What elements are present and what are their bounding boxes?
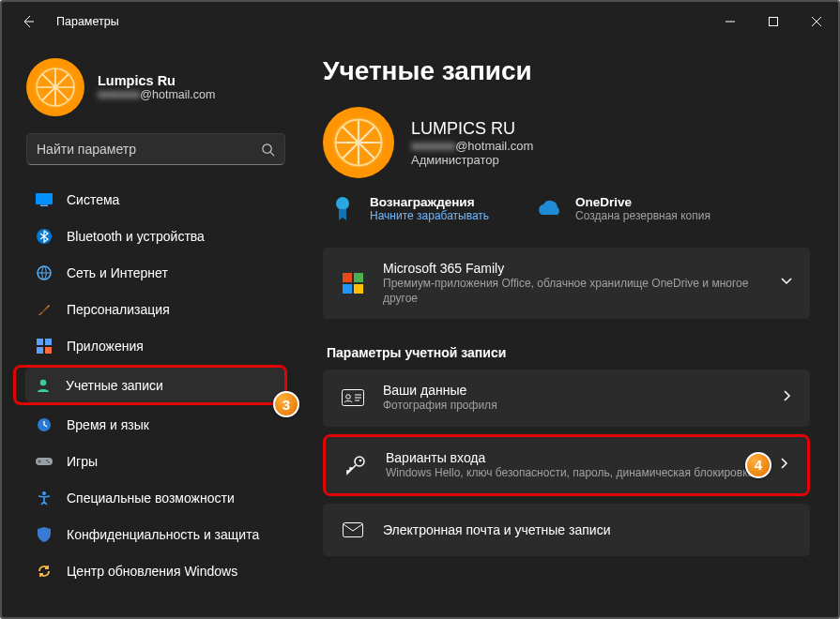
search-input[interactable] (37, 142, 261, 157)
person-icon (35, 377, 52, 394)
update-icon (36, 563, 53, 580)
nav-accessibility[interactable]: Специальные возможности (26, 480, 285, 515)
hero-role: Администратор (411, 153, 533, 167)
nav-label: Приложения (67, 339, 144, 354)
nav-system[interactable]: Система (26, 182, 285, 217)
rewards-icon (328, 195, 357, 223)
card-title: Microsoft 365 Family (383, 261, 763, 276)
nav-label: Игры (67, 454, 98, 469)
svg-point-16 (40, 379, 47, 385)
onedrive-promo[interactable]: OneDrive Создана резервная копия (534, 195, 710, 223)
callout-badge-4: 4 (745, 452, 771, 478)
chevron-down-icon (780, 275, 793, 292)
chevron-right-icon (782, 389, 793, 406)
clock-icon (36, 416, 53, 433)
hero-name: LUMPICS RU (411, 119, 533, 139)
svg-rect-15 (45, 347, 52, 354)
gamepad-icon (36, 453, 53, 470)
nav-apps[interactable]: Приложения (26, 328, 285, 363)
svg-point-20 (48, 461, 50, 463)
nav-accounts[interactable]: Учетные записи (25, 368, 284, 402)
window-controls (709, 7, 838, 37)
minimize-button[interactable] (709, 7, 752, 37)
back-button[interactable] (9, 3, 47, 40)
rewards-promo[interactable]: Вознаграждения Начните зарабатывать (328, 195, 489, 223)
svg-point-36 (359, 459, 362, 461)
nav-list: Система Bluetooth и устройства Сеть и Ин… (26, 182, 285, 588)
svg-rect-14 (37, 347, 43, 354)
rewards-sub[interactable]: Начните зарабатывать (370, 209, 489, 222)
apps-icon (36, 338, 53, 355)
callout-badge-3: 3 (273, 391, 299, 417)
svg-rect-32 (354, 284, 363, 294)
nav-gaming[interactable]: Игры (26, 444, 285, 478)
nav-label: Специальные возможности (67, 491, 235, 506)
card-title: Ваши данные (383, 383, 765, 398)
account-hero: LUMPICS RU ■■■■■■@hotmail.com Администра… (323, 107, 810, 178)
maximize-icon (769, 17, 778, 26)
rewards-title: Вознаграждения (370, 195, 489, 209)
page-title: Учетные записи (323, 56, 810, 86)
card-m365[interactable]: Microsoft 365 Family Премиум-приложения … (323, 248, 810, 319)
avatar (26, 58, 84, 116)
nav-network[interactable]: Сеть и Интернет (26, 255, 285, 290)
shield-icon (36, 526, 53, 543)
nav-label: Время и язык (67, 417, 149, 432)
brush-icon (36, 301, 53, 318)
section-label: Параметры учетной записи (327, 345, 810, 360)
m365-icon (340, 270, 366, 296)
svg-rect-29 (343, 273, 352, 282)
avatar (323, 107, 394, 178)
accessibility-icon (36, 490, 53, 506)
nav-privacy[interactable]: Конфиденциальность и защита (26, 517, 285, 551)
key-icon (343, 452, 369, 478)
close-icon (812, 17, 821, 26)
svg-rect-37 (344, 522, 363, 536)
svg-rect-31 (343, 284, 352, 294)
nav-label: Система (67, 192, 119, 207)
nav-time[interactable]: Время и язык (26, 407, 285, 442)
orange-slice-icon (31, 63, 80, 112)
sidebar-user-profile[interactable]: Lumpics Ru ■■■■■■@hotmail.com (26, 58, 285, 116)
settings-window: Параметры (2, 2, 838, 617)
maximize-button[interactable] (752, 7, 795, 37)
close-button[interactable] (795, 7, 838, 37)
nav-label: Учетные записи (66, 378, 163, 393)
card-title: Варианты входа (386, 450, 762, 465)
hero-email: ■■■■■■@hotmail.com (411, 139, 533, 153)
id-card-icon (340, 385, 366, 411)
svg-rect-13 (45, 339, 52, 345)
card-title: Электронная почта и учетные записи (383, 522, 793, 537)
svg-rect-12 (37, 339, 43, 345)
user-email: ■■■■■■@hotmail.com (98, 88, 215, 101)
search-box[interactable] (26, 133, 285, 165)
svg-point-21 (42, 491, 46, 495)
svg-rect-8 (36, 193, 53, 204)
cloud-icon (534, 195, 562, 223)
svg-rect-30 (354, 273, 363, 282)
svg-point-19 (46, 460, 48, 461)
card-your-info[interactable]: Ваши данные Фотография профиля (323, 370, 810, 426)
onedrive-title: OneDrive (575, 195, 710, 209)
svg-point-34 (346, 395, 351, 400)
card-signin-options[interactable]: Варианты входа Windows Hello, ключ безоп… (326, 437, 807, 493)
nav-label: Bluetooth и устройства (67, 229, 205, 244)
sidebar: Lumpics Ru ■■■■■■@hotmail.com Система Bl (2, 41, 295, 617)
display-icon (36, 191, 53, 208)
svg-rect-0 (770, 18, 778, 26)
mail-icon (340, 517, 366, 543)
chevron-right-icon (779, 457, 790, 474)
bluetooth-icon (36, 228, 53, 245)
card-sub: Windows Hello, ключ безопасности, пароль… (386, 465, 762, 480)
card-email-accounts[interactable]: Электронная почта и учетные записи (323, 504, 810, 556)
nav-personalization[interactable]: Персонализация (26, 292, 285, 326)
nav-bluetooth[interactable]: Bluetooth и устройства (26, 219, 285, 253)
card-sub: Премиум-приложения Office, облачное хран… (383, 276, 763, 306)
nav-update[interactable]: Центр обновления Windows (26, 553, 285, 588)
nav-label: Конфиденциальность и защита (67, 527, 259, 542)
svg-point-35 (355, 457, 364, 466)
window-title: Параметры (56, 15, 119, 28)
highlight-signin: Варианты входа Windows Hello, ключ безоп… (323, 434, 810, 496)
nav-label: Сеть и Интернет (67, 265, 168, 280)
orange-slice-icon (328, 113, 389, 173)
